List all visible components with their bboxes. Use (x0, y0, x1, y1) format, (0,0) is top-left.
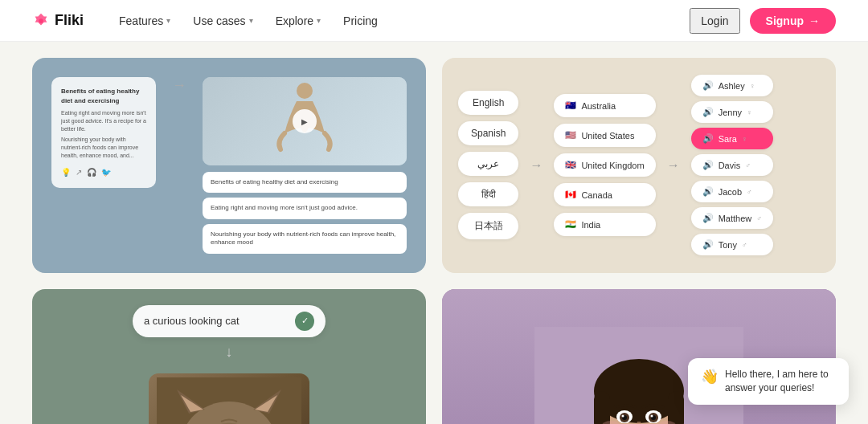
flag-uk: 🇬🇧 (565, 160, 576, 170)
chevron-down-icon: ▾ (166, 16, 170, 25)
lang-spanish[interactable]: Spanish (458, 121, 518, 145)
image-search-input[interactable] (144, 315, 287, 327)
twitter-icon: 🐦 (101, 166, 111, 178)
speaker-icon: 🔊 (702, 186, 714, 197)
logo-icon (32, 12, 50, 30)
svg-rect-29 (594, 391, 610, 424)
lang-english[interactable]: English (458, 91, 518, 115)
doc-title: Benefits of eating healthy diet and exer… (61, 87, 146, 106)
logo[interactable]: Fliki (32, 12, 84, 30)
voice-matthew[interactable]: 🔊 Matthew ♂ (691, 207, 773, 229)
chat-bubble: 👋 Hello there, I am here to answer your … (688, 358, 849, 405)
nav-links: Features ▾ Use cases ▾ Explore ▾ Pricing (109, 10, 690, 32)
bullet-item: Eating right and moving more isn't just … (203, 198, 407, 218)
speaker-icon: 🔊 (702, 107, 714, 117)
doc-text2: Nourishing your body with nutrient-rich … (61, 136, 146, 159)
voice-jacob[interactable]: 🔊 Jacob ♂ (691, 181, 773, 202)
gender-icon: ♀ (750, 82, 755, 90)
country-column: 🇦🇺 Australia 🇺🇸 United States 🇬🇧 United … (554, 94, 655, 236)
country-canada[interactable]: 🇨🇦 Canada (554, 183, 655, 206)
nav-usecases[interactable]: Use cases ▾ (183, 10, 262, 32)
arrow-down-icon: ↓ (226, 344, 233, 361)
checkmark-icon: ✓ (301, 316, 309, 326)
image-search-box[interactable]: ✓ (133, 305, 326, 337)
doc-panel: Benefits of eating healthy diet and exer… (51, 77, 156, 188)
flag-australia: 🇦🇺 (565, 100, 576, 111)
voice-tony[interactable]: 🔊 Tony ♂ (691, 234, 773, 255)
voice-column: 🔊 Ashley ♀ 🔊 Jenny ♀ 🔊 Sara ♀ 🔊 Davis ♂ … (691, 75, 773, 255)
svg-point-37 (622, 415, 624, 418)
voice-ashley[interactable]: 🔊 Ashley ♀ (691, 75, 773, 96)
gender-icon: ♂ (745, 161, 751, 169)
cat-svg (157, 377, 301, 424)
svg-point-1 (297, 83, 313, 99)
video-preview: ▶ (203, 77, 407, 165)
country-us[interactable]: 🇺🇸 United States (554, 124, 655, 147)
chevron-down-icon: ▾ (249, 16, 253, 25)
speaker-icon: 🔊 (702, 80, 714, 91)
play-button[interactable]: ▶ (293, 109, 317, 133)
country-australia[interactable]: 🇦🇺 Australia (554, 94, 655, 117)
speaker-icon: 🔊 (702, 213, 714, 223)
headphone-icon: 🎧 (87, 166, 96, 178)
signup-button[interactable]: Signup → (750, 8, 836, 34)
arrow-icon: → (665, 158, 682, 173)
lightbulb-icon: 💡 (61, 166, 71, 178)
nav-explore[interactable]: Explore ▾ (266, 10, 330, 32)
video-panel: ▶ Benefits of eating healthy diet and ex… (203, 77, 407, 254)
card-ai-image: ✓ ↓ (32, 289, 426, 424)
flag-canada: 🇨🇦 (565, 190, 576, 200)
speaker-icon: 🔊 (702, 133, 714, 144)
arrow-icon: → (528, 158, 544, 173)
voice-sara[interactable]: 🔊 Sara ♀ (691, 128, 773, 149)
chat-text: Hello there, I am here to answer your qu… (725, 368, 836, 395)
doc-text1: Eating right and moving more isn't just … (61, 109, 146, 132)
doc-icons: 💡 ↗ 🎧 🐦 (61, 166, 146, 178)
gender-icon: ♀ (747, 108, 752, 116)
country-india[interactable]: 🇮🇳 India (554, 213, 655, 236)
wave-icon: 👋 (701, 368, 719, 385)
svg-rect-30 (668, 391, 684, 424)
generated-image (149, 373, 309, 424)
language-column: English Spanish عربي हिंदी 日本語 (458, 91, 518, 239)
voice-jenny[interactable]: 🔊 Jenny ♀ (691, 101, 773, 123)
chevron-down-icon: ▾ (317, 16, 321, 25)
gender-icon: ♂ (756, 214, 762, 222)
voice-davis[interactable]: 🔊 Davis ♂ (691, 154, 773, 176)
flag-india: 🇮🇳 (565, 219, 576, 230)
confirm-button[interactable]: ✓ (295, 312, 314, 331)
lang-japanese[interactable]: 日本語 (458, 213, 518, 239)
bullet-item: Benefits of eating healthy diet and exer… (203, 172, 407, 193)
svg-point-0 (39, 18, 43, 23)
gender-icon: ♂ (742, 241, 747, 249)
country-uk[interactable]: 🇬🇧 United Kingdom (554, 153, 655, 177)
flag-us: 🇺🇸 (565, 130, 576, 141)
arrow-right-icon: → (169, 77, 190, 94)
card-blog-to-video: Benefits of eating healthy diet and exer… (32, 58, 426, 273)
lang-arabic[interactable]: عربي (458, 152, 518, 176)
card-language-voice: English Spanish عربي हिंदी 日本語 → 🇦🇺 Aust… (442, 58, 836, 273)
arrow-right-icon: → (809, 14, 820, 27)
speaker-icon: 🔊 (702, 239, 714, 250)
login-button[interactable]: Login (690, 8, 739, 34)
gender-icon: ♀ (742, 135, 747, 143)
lang-hindi[interactable]: हिंदी (458, 182, 518, 206)
navbar: Fliki Features ▾ Use cases ▾ Explore ▾ P… (0, 0, 868, 42)
share-icon: ↗ (76, 166, 82, 178)
svg-point-38 (651, 415, 653, 418)
nav-pricing[interactable]: Pricing (334, 10, 387, 32)
nav-features[interactable]: Features ▾ (109, 10, 180, 32)
bullet-item: Nourishing your body with nutrient-rich … (203, 224, 407, 254)
bullet-list: Benefits of eating healthy diet and exer… (203, 172, 407, 254)
nav-actions: Login Signup → (690, 8, 836, 34)
gender-icon: ♂ (747, 188, 752, 196)
speaker-icon: 🔊 (702, 160, 714, 170)
